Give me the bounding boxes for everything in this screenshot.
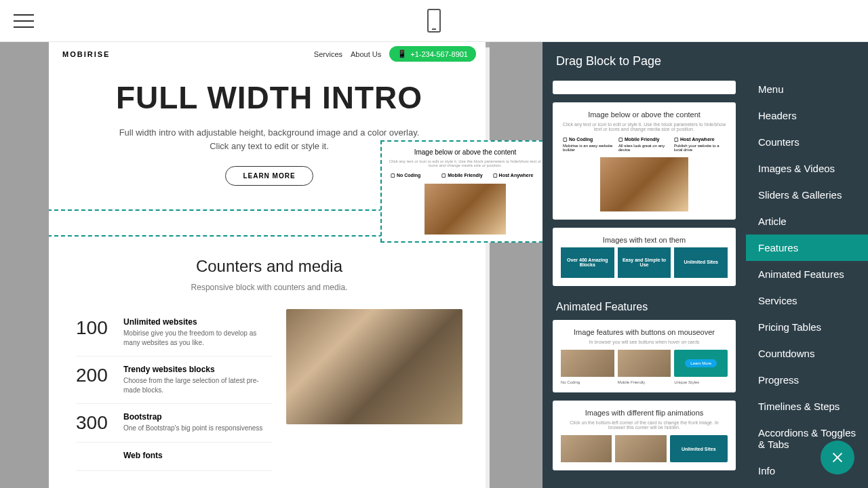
page-canvas[interactable]: MOBIRISE Services About Us 📱 +1-234-567-… <box>49 42 490 488</box>
close-panel-button[interactable] <box>821 441 854 474</box>
nav-link-about[interactable]: About Us <box>351 50 381 58</box>
phone-icon: 📱 <box>397 49 407 58</box>
ghost-title: Image below or above the content <box>389 148 542 156</box>
category-countdowns[interactable]: Countdowns <box>746 340 868 367</box>
block-card[interactable]: Images with different flip animationsCli… <box>553 401 736 470</box>
category-progress[interactable]: Progress <box>746 367 868 393</box>
category-services[interactable]: Services <box>746 287 868 314</box>
category-sliders-galleries[interactable]: Sliders & Galleries <box>746 182 868 208</box>
category-features[interactable]: Features <box>746 235 868 261</box>
counter-number[interactable]: 100 <box>76 317 113 348</box>
hamburger-icon[interactable] <box>14 14 34 28</box>
counter-item-title[interactable]: Trendy websites blocks <box>123 365 273 374</box>
counters-subtitle[interactable]: Responsive block with counters and media… <box>62 283 476 292</box>
counter-item-title[interactable]: Unlimited websites <box>123 317 273 327</box>
counter-item[interactable]: 300 Bootstrap One of Bootstrap's big poi… <box>76 404 273 443</box>
counter-item-desc[interactable]: Mobirise give you the freedom to develop… <box>123 329 273 348</box>
canvas-area[interactable]: MOBIRISE Services About Us 📱 +1-234-567-… <box>0 42 542 488</box>
top-toolbar <box>0 0 868 42</box>
counter-item-desc[interactable]: One of Bootstrap's big point is responsi… <box>123 424 262 433</box>
block-card[interactable]: Image below or above the contentClick an… <box>553 102 736 220</box>
counter-item-desc[interactable]: Choose from the large selection of lates… <box>123 376 273 395</box>
counters-media-image[interactable] <box>286 309 462 424</box>
category-headers[interactable]: Headers <box>746 102 868 129</box>
ghost-subtitle: Click any text or icon to edit or style … <box>389 159 542 167</box>
category-timelines-steps[interactable]: Timelines & Steps <box>746 393 868 420</box>
canvas-scrollbar[interactable] <box>486 42 490 488</box>
counter-number[interactable]: 200 <box>76 365 113 395</box>
categories-list[interactable]: MenuHeadersCountersImages & VideosSlider… <box>746 42 868 488</box>
counter-item[interactable]: 100 Unlimited websites Mobirise give you… <box>76 309 273 357</box>
phone-button[interactable]: 📱 +1-234-567-8901 <box>389 46 476 62</box>
mobile-preview-icon[interactable] <box>427 9 441 33</box>
counter-item-title[interactable]: Bootstrap <box>123 412 262 422</box>
brand-text[interactable]: MOBIRISE <box>62 50 110 58</box>
category-article[interactable]: Article <box>746 208 868 235</box>
main-area: MOBIRISE Services About Us 📱 +1-234-567-… <box>0 42 868 488</box>
counter-item[interactable]: Web fonts <box>76 443 273 471</box>
counters-block[interactable]: Counters and media Responsive block with… <box>49 237 490 488</box>
hero-title[interactable]: FULL WIDTH INTRO <box>69 79 469 116</box>
counter-number[interactable] <box>76 451 113 462</box>
category-pricing-tables[interactable]: Pricing Tables <box>746 314 868 340</box>
learn-more-button[interactable]: LEARN MORE <box>225 166 313 186</box>
category-menu[interactable]: Menu <box>746 76 868 102</box>
drag-ghost-preview: Image below or above the content Click a… <box>380 140 542 243</box>
hero-subtitle[interactable]: Full width intro with adjustable height,… <box>113 126 425 152</box>
category-counters[interactable]: Counters <box>746 129 868 155</box>
ghost-image <box>425 184 506 235</box>
counters-title[interactable]: Counters and media <box>62 257 476 276</box>
counter-item[interactable]: 200 Trendy websites blocks Choose from t… <box>76 357 273 404</box>
category-images-videos[interactable]: Images & Videos <box>746 155 868 182</box>
counter-item-title[interactable]: Web fonts <box>123 451 163 460</box>
block-card[interactable]: Image features with buttons on mouseover… <box>553 320 736 392</box>
nav-link-services[interactable]: Services <box>314 50 342 58</box>
block-card[interactable]: Images with text on them Over 400 Amazin… <box>553 228 736 286</box>
phone-number: +1-234-567-8901 <box>410 50 468 58</box>
counter-number[interactable]: 300 <box>76 412 113 434</box>
blocks-list[interactable]: Image below or above the contentClick an… <box>542 81 746 488</box>
category-animated-features[interactable]: Animated Features <box>746 261 868 287</box>
panel-title: Drag Block to Page <box>542 42 746 81</box>
blocks-panel: Drag Block to Page Image below or above … <box>542 42 868 488</box>
page-navbar: MOBIRISE Services About Us 📱 +1-234-567-… <box>49 42 490 66</box>
block-section-label: Animated Features <box>553 294 736 320</box>
